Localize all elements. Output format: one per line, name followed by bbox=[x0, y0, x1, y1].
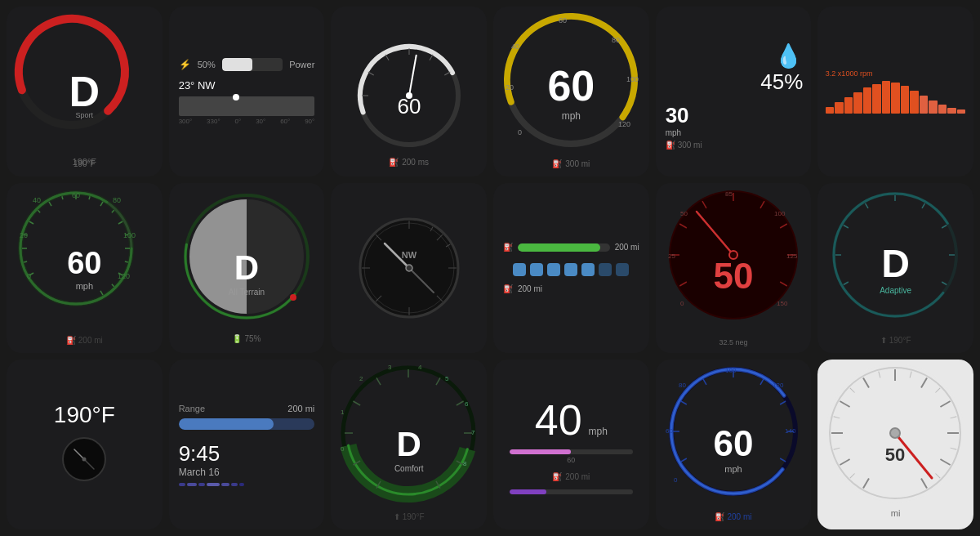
fuel-icon: ⛽ bbox=[503, 243, 513, 252]
rpm-bar bbox=[835, 102, 844, 114]
range-display: ⛽ 200 ms bbox=[389, 158, 429, 167]
svg-text:50: 50 bbox=[885, 444, 905, 465]
rpm-bar bbox=[872, 84, 881, 114]
dot-3 bbox=[547, 263, 560, 276]
speed-value: 60 bbox=[547, 61, 595, 110]
speed-val: 60 bbox=[714, 423, 754, 464]
fuel-icon: ⛽ bbox=[552, 472, 562, 481]
rpm-bar bbox=[882, 81, 891, 114]
svg-text:4: 4 bbox=[418, 364, 422, 371]
svg-line-30 bbox=[100, 202, 103, 206]
rpm-bar bbox=[863, 87, 872, 114]
temp-display: ⬆ 190°F bbox=[394, 512, 425, 521]
svg-line-94 bbox=[866, 203, 869, 208]
bar bbox=[239, 483, 244, 486]
rpm-bar bbox=[947, 108, 956, 114]
svg-point-53 bbox=[290, 294, 296, 301]
fuel-icon: ⛽ bbox=[389, 158, 399, 167]
time-section: 9:45 March 16 bbox=[179, 441, 244, 486]
svg-text:2: 2 bbox=[359, 375, 363, 382]
battery-pct: 50% bbox=[198, 60, 216, 69]
svg-line-111 bbox=[376, 377, 381, 385]
temp-display: 190°F bbox=[74, 159, 96, 168]
red-speedo-svg: 0 25 50 85 100 125 150 bbox=[656, 183, 811, 326]
rpm-bars bbox=[826, 81, 966, 114]
temp-display: ⬆ 190°F bbox=[880, 336, 911, 345]
svg-point-169 bbox=[890, 428, 900, 438]
green-speedo-widget: 0 20 40 60 80 100 120 60 mph ⛽ 200 mi bbox=[7, 183, 163, 353]
rpm-bar bbox=[891, 83, 900, 114]
fuel-bar-section bbox=[503, 489, 639, 494]
svg-text:25: 25 bbox=[668, 252, 675, 260]
svg-text:60: 60 bbox=[559, 16, 567, 25]
speed-bar-bg bbox=[510, 449, 633, 454]
rpm-bar bbox=[929, 100, 938, 114]
speed-unit: mph bbox=[562, 110, 581, 122]
speed-bar-section: 60 bbox=[503, 449, 639, 464]
range-bar-bg bbox=[179, 418, 315, 430]
small-compass bbox=[60, 435, 109, 487]
svg-line-5 bbox=[368, 72, 373, 75]
svg-text:85: 85 bbox=[725, 190, 733, 198]
temp-val: 190°F bbox=[54, 402, 115, 428]
svg-text:120: 120 bbox=[118, 272, 130, 280]
svg-text:120: 120 bbox=[773, 382, 784, 389]
compass-widget: NW bbox=[331, 183, 487, 353]
range-val: 200 mi bbox=[78, 336, 103, 345]
compass-svg: NW bbox=[352, 211, 466, 325]
fuel-bar-fill bbox=[518, 243, 600, 252]
svg-text:140: 140 bbox=[785, 427, 796, 435]
comfort-speedo-widget: 0 1 2 3 4 5 6 7 8 D Comfort ⬆ 190°F bbox=[331, 360, 487, 529]
svg-text:20: 20 bbox=[506, 83, 514, 92]
svg-text:NW: NW bbox=[401, 250, 416, 260]
yellow-speedo-widget: 0 20 40 60 80 100 120 60 mph ⛽ 300 mi bbox=[493, 7, 649, 176]
rpm-bar bbox=[826, 107, 835, 114]
battery-bar bbox=[222, 58, 252, 71]
range-row: ⛽ 200 mi bbox=[552, 472, 590, 481]
range-value: 200 mi bbox=[287, 404, 314, 413]
compass-dot bbox=[233, 94, 239, 100]
fuel-bar-fill2 bbox=[510, 489, 546, 494]
dot-4 bbox=[564, 263, 577, 276]
adaptive-widget: D Adaptive ⬆ 190°F bbox=[817, 183, 973, 353]
battery-compass-widget: ⚡ 50% Power 23° NW 300°330° 0°30° 60°90° bbox=[169, 7, 325, 176]
speed-val: 40 bbox=[535, 395, 582, 444]
svg-point-68 bbox=[406, 265, 412, 271]
svg-text:50: 50 bbox=[680, 210, 688, 217]
rpm-bar bbox=[938, 105, 947, 114]
svg-text:1: 1 bbox=[341, 409, 345, 416]
range-row: ⛽ 300 mi bbox=[552, 159, 590, 168]
svg-text:20: 20 bbox=[20, 231, 28, 239]
drive-letter: D bbox=[234, 248, 259, 288]
bar bbox=[187, 483, 197, 486]
svg-line-130 bbox=[681, 458, 687, 462]
compass-section: 23° NW 300°330° 0°30° 60°90° bbox=[179, 79, 315, 125]
range-display: ⛽ 300 mi bbox=[666, 141, 702, 150]
unit-val: mph bbox=[666, 128, 681, 137]
svg-line-34 bbox=[100, 291, 103, 295]
svg-line-31 bbox=[118, 221, 122, 224]
water-speed-widget: 💧 45% 30 mph ⛽ 300 mi bbox=[656, 7, 812, 176]
rain-icon: 💧 bbox=[774, 42, 803, 69]
svg-text:0: 0 bbox=[674, 476, 678, 484]
bar bbox=[221, 483, 229, 486]
comfort-label: Comfort bbox=[394, 464, 424, 473]
fuel-distance: 200 mi bbox=[615, 243, 639, 252]
svg-text:80: 80 bbox=[612, 36, 620, 44]
blue-speedo-widget: 0 60 80 100 120 140 60 mph ⛽ 200 mi bbox=[656, 360, 812, 529]
red-speedo-widget: 0 25 50 85 100 125 150 50 32.5 neg bbox=[656, 183, 812, 353]
rpm-label: 3.2 x1000 rpm bbox=[826, 69, 966, 78]
svg-line-113 bbox=[436, 377, 440, 385]
temp-icon: ⬆ bbox=[394, 512, 400, 521]
svg-text:0: 0 bbox=[680, 300, 684, 307]
svg-line-136 bbox=[780, 401, 786, 404]
svg-text:120: 120 bbox=[618, 120, 630, 128]
time-display: 9:45 bbox=[179, 441, 244, 467]
rpm-widget: 3.2 x1000 rpm bbox=[817, 7, 973, 176]
svg-line-91 bbox=[844, 282, 849, 285]
drive-mode-widget: D Sport 190°F 190°F bbox=[7, 7, 163, 176]
svg-text:60: 60 bbox=[72, 191, 80, 199]
svg-text:80: 80 bbox=[679, 382, 686, 389]
temp-widget: 190°F bbox=[7, 360, 163, 529]
rpm-bar bbox=[920, 96, 929, 114]
